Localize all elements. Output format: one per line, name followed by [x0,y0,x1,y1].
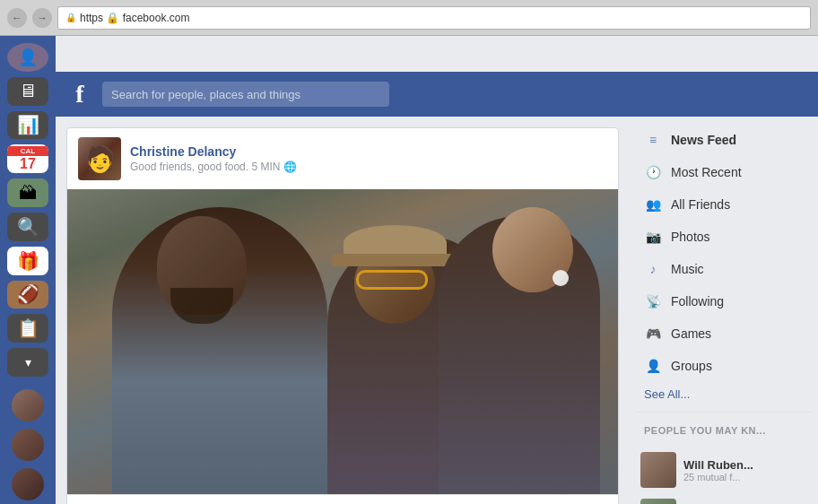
browser-chrome: ← → 🔒 https 🔒 facebook.com [0,0,818,36]
post-avatar: 🧑 [78,137,121,180]
url-text: https 🔒 facebook.com [80,12,189,24]
fb-topbar: f [56,72,818,117]
sidebar-item-photos[interactable]: 📷 Photos [633,221,814,253]
fb-logo: f [66,80,93,109]
following-label: Following [671,294,724,308]
friend-avatar-3[interactable] [12,468,44,500]
sidebar-item-music[interactable]: ♪ Music [633,253,814,285]
pymk-item-2: Andy Chu... [630,493,818,504]
sidebar-more-icon[interactable]: ▾ [7,348,48,377]
sidebar-photos-icon[interactable]: 🏔 [7,178,48,207]
pymk-info-1: Will Ruben... 25 mutual f... [683,458,807,482]
sidebar-search-icon[interactable]: 🔍 [7,213,48,241]
sidebar-football-icon[interactable]: 🏈 [7,281,48,309]
pymk-name-1[interactable]: Will Ruben... [683,458,807,472]
post-author[interactable]: Christine Delancy [130,144,297,159]
sidebar-notes-icon[interactable]: 📋 [7,314,48,343]
post-user-info: Christine Delancy Good friends, good foo… [130,144,297,173]
share-button[interactable]: ➤ Share [259,500,324,504]
post-header: 🧑 Christine Delancy Good friends, good f… [67,128,618,189]
lock-icon: 🔒 [65,13,76,22]
post-meta: Good friends, good food. 5 MIN 🌐 [130,161,297,173]
pymk-section: Will Ruben... 25 mutual f... Andy Chu... [630,439,818,504]
photos-label: Photos [671,230,710,244]
games-icon: 🎮 [644,325,662,343]
like-button[interactable]: 👍 Like [78,500,138,504]
main-feed: 🧑 Christine Delancy Good friends, good f… [56,117,630,504]
post-image [67,189,618,494]
see-all-link[interactable]: See All... [630,382,818,406]
friend-avatar-1[interactable] [12,389,44,421]
sidebar-item-most-recent[interactable]: 🕐 Most Recent [633,156,814,188]
back-icon: ← [12,12,22,24]
globe-icon: 🌐 [283,161,297,173]
games-label: Games [671,326,711,341]
pymk-item-1: Will Ruben... 25 mutual f... [630,447,818,493]
sidebar-divider [637,412,811,413]
content-area: 🧑 Christine Delancy Good friends, good f… [56,117,818,504]
sidebar-item-games[interactable]: 🎮 Games [633,317,814,350]
post-card: 🧑 Christine Delancy Good friends, good f… [66,127,619,504]
sidebar-graph-icon[interactable]: 📊 [7,111,48,140]
pymk-avatar-1 [640,452,676,488]
all-friends-icon: 👥 [644,196,662,213]
groups-label: Groups [671,359,712,373]
news-feed-label: News Feed [671,133,736,147]
sidebar-item-news-feed[interactable]: ≡ News Feed [633,124,814,156]
pymk-title: PEOPLE YOU MAY KN... [630,418,818,439]
sidebar-profile-icon[interactable]: 👤 [7,43,48,72]
all-friends-label: All Friends [671,197,730,212]
sidebar-item-groups[interactable]: 👤 Groups [633,350,814,382]
pymk-mutual-1: 25 mutual f... [683,472,807,482]
sidebar-monitor-icon[interactable]: 🖥 [7,77,48,106]
search-input[interactable] [102,82,389,107]
app-container: 👤 🖥 📊 CAL 17 🏔 🔍 🎁 🏈 📋 ▾ f [0,36,818,504]
groups-icon: 👤 [644,357,662,375]
address-bar[interactable]: 🔒 https 🔒 facebook.com [57,6,811,30]
post-caption: Good friends, good food. [130,161,248,173]
news-feed-icon: ≡ [644,131,662,149]
friend-avatar-2[interactable] [12,429,44,461]
forward-icon: → [37,12,48,24]
post-time: 5 MIN [251,161,280,173]
music-label: Music [671,262,704,276]
forward-button[interactable]: → [32,8,52,28]
following-icon: 📡 [644,292,662,310]
sidebar-item-following[interactable]: 📡 Following [633,285,814,317]
sidebar-calendar-icon[interactable]: CAL 17 [7,144,48,173]
most-recent-label: Most Recent [671,165,742,179]
back-button[interactable]: ← [7,8,27,28]
pymk-avatar-2 [640,499,676,504]
comment-button[interactable]: 💬 Comment [153,500,244,504]
post-actions: 👍 Like 💬 Comment ➤ Share [67,494,618,504]
photos-icon: 📷 [644,228,662,246]
sidebar-gift-icon[interactable]: 🎁 [7,247,48,275]
app-sidebar: 👤 🖥 📊 CAL 17 🏔 🔍 🎁 🏈 📋 ▾ [0,36,56,504]
right-sidebar: ≡ News Feed 🕐 Most Recent 👥 All Friends … [630,117,818,504]
music-icon: ♪ [644,260,662,278]
sidebar-item-all-friends[interactable]: 👥 All Friends [633,188,814,221]
most-recent-icon: 🕐 [644,163,662,181]
